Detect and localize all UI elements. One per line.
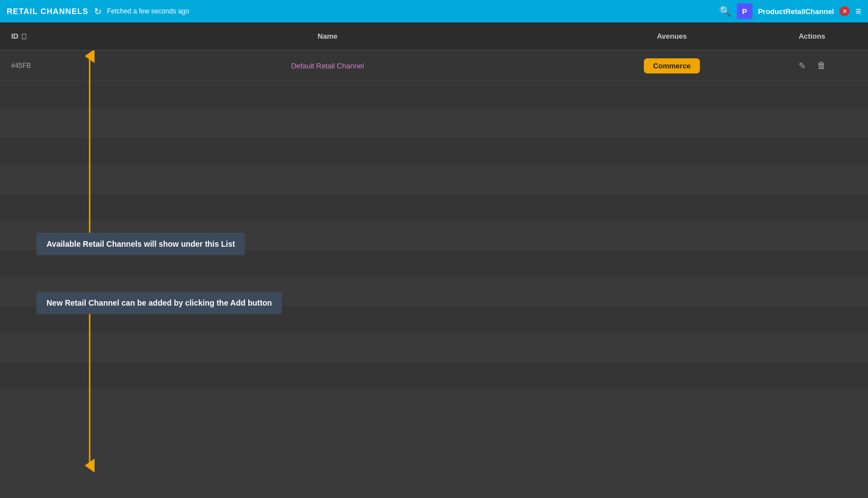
delete-button[interactable]: 🗑 — [817, 61, 826, 71]
row-actions: ✎ 🗑 — [756, 61, 868, 71]
search-icon[interactable]: 🔍 — [719, 5, 731, 17]
col-header-actions: Actions — [756, 32, 868, 40]
empty-row — [0, 362, 868, 390]
close-user-icon[interactable]: ✕ — [839, 6, 850, 16]
empty-row — [0, 137, 868, 165]
col-header-avenues: Avenues — [588, 32, 756, 40]
empty-row — [0, 193, 868, 222]
avenue-commerce-badge[interactable]: Commerce — [644, 58, 699, 73]
table-header: ID ⎕ Name Avenues Actions — [0, 22, 868, 50]
user-avatar: P — [737, 3, 753, 19]
table-row: #45FB Default Retail Channel Commerce ✎ … — [0, 50, 868, 81]
fetched-status: Fetched a few seconds ago — [107, 7, 189, 15]
col-header-id: ID ⎕ — [0, 32, 67, 40]
tooltip-add: New Retail Channel can be added by click… — [36, 292, 282, 314]
main-content: #45FB Default Retail Channel Commerce ✎ … — [0, 50, 868, 498]
row-id: #45FB — [0, 62, 67, 70]
row-name: Default Retail Channel — [67, 62, 588, 70]
col-header-name: Name — [67, 32, 588, 40]
rows-area: #45FB Default Retail Channel Commerce ✎ … — [0, 50, 868, 498]
empty-row — [0, 81, 868, 109]
tooltip-list: Available Retail Channels will show unde… — [36, 233, 245, 255]
page-title: RETAIL CHANNELS — [7, 7, 89, 16]
refresh-icon[interactable]: ↻ — [94, 6, 101, 17]
copy-icon[interactable]: ⎕ — [22, 33, 26, 40]
user-label: ProductRetailChannel — [758, 7, 834, 16]
top-bar-right: 🔍 P ProductRetailChannel ✕ ≡ — [719, 3, 861, 19]
empty-row — [0, 165, 868, 193]
row-avenues: Commerce — [588, 58, 756, 73]
empty-row — [0, 390, 868, 418]
edit-button[interactable]: ✎ — [799, 61, 806, 71]
empty-row — [0, 334, 868, 362]
top-bar: RETAIL CHANNELS ↻ Fetched a few seconds … — [0, 0, 868, 22]
top-bar-left: RETAIL CHANNELS ↻ Fetched a few seconds … — [7, 6, 189, 17]
empty-row — [0, 109, 868, 137]
list-view-icon[interactable]: ≡ — [855, 6, 861, 17]
